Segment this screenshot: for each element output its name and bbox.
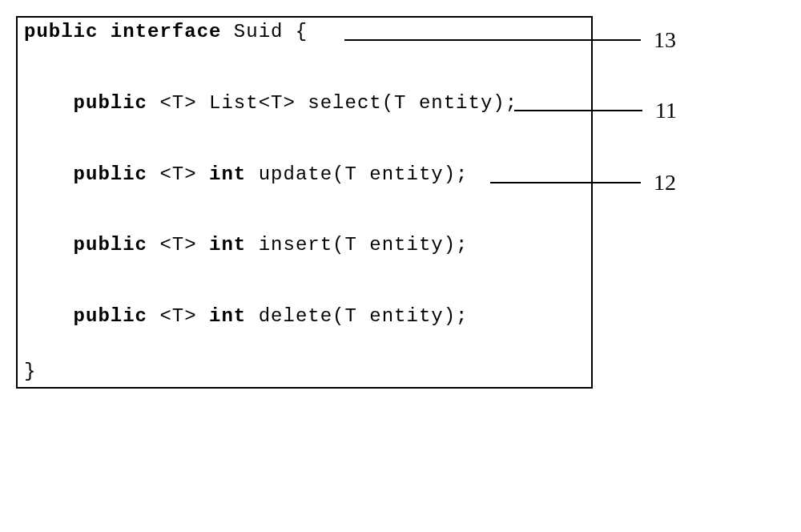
callout-label: 13 <box>654 27 676 53</box>
blank-line <box>24 328 585 361</box>
code-line-insert: public <T> int insert(T entity); <box>24 234 585 257</box>
method-call: select(T entity); <box>296 92 517 114</box>
diagram: public interface Suid { public <T> List<… <box>16 16 785 513</box>
blank-line <box>24 257 585 305</box>
callout-label: 11 <box>655 98 677 123</box>
code-close-brace: } <box>24 361 585 384</box>
keyword-int: int <box>209 305 246 327</box>
keyword-interface: interface <box>111 21 222 42</box>
type-name: Suid <box>234 21 284 42</box>
callout-12: 12 <box>490 170 676 195</box>
callout-line-icon <box>344 39 641 41</box>
keyword-public: public <box>74 305 147 327</box>
blank-line <box>24 115 585 163</box>
code-line-delete: public <T> int delete(T entity); <box>24 305 585 328</box>
code-box: public interface Suid { public <T> List<… <box>16 16 593 389</box>
callout-11: 11 <box>514 98 677 123</box>
keyword-public: public <box>74 163 147 185</box>
keyword-public: public <box>24 21 98 42</box>
method-call: update(T entity); <box>246 163 468 185</box>
callout-line-icon <box>490 182 641 183</box>
return-type: List<T> <box>209 92 296 114</box>
keyword-public: public <box>74 234 147 256</box>
callout-line-icon <box>514 110 642 111</box>
keyword-int: int <box>209 163 246 185</box>
keyword-int: int <box>209 234 246 256</box>
method-call: delete(T entity); <box>246 305 468 327</box>
open-brace: { <box>283 21 308 42</box>
method-call: insert(T entity); <box>246 234 468 256</box>
callout-13: 13 <box>344 27 676 53</box>
keyword-public: public <box>74 92 147 114</box>
callout-label: 12 <box>654 170 676 195</box>
code-line-select: public <T> List<T> select(T entity); <box>24 92 585 115</box>
